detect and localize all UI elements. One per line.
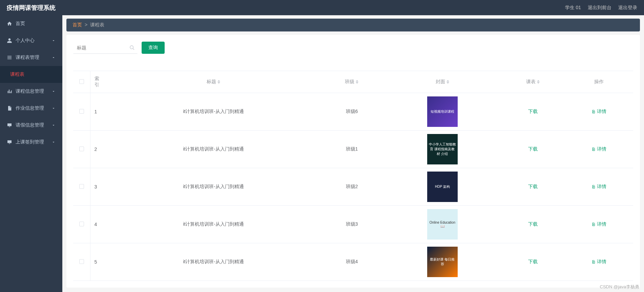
table-row: 4 it计算机培训班-从入门到精通 班级3 Online Education 📖…: [73, 206, 633, 243]
breadcrumb: 首页 > 课程表: [66, 19, 640, 31]
download-link[interactable]: 下载: [528, 184, 538, 189]
th-cover[interactable]: 封面: [384, 71, 501, 93]
cell-timetable: 下载: [501, 131, 565, 168]
cell-title: it计算机培训班-从入门到精通: [107, 243, 320, 281]
row-checkbox[interactable]: [79, 259, 84, 264]
row-checkbox[interactable]: [79, 184, 84, 189]
download-link[interactable]: 下载: [528, 221, 538, 227]
schedule-table: 索引 标题 班级 封面 课表 操作 1 it计算机培训班-从入门到精通 班级6 …: [73, 71, 633, 281]
search-button[interactable]: 查询: [142, 42, 165, 54]
sidebar-item-leave[interactable]: 请假信息管理: [0, 117, 62, 134]
sidebar-label: 首页: [16, 21, 25, 27]
th-timetable[interactable]: 课表: [501, 71, 565, 93]
user-name[interactable]: 学生 01: [565, 5, 581, 11]
home-icon: [7, 21, 12, 26]
cover-thumbnail[interactable]: Online Education 📖: [427, 209, 458, 240]
sort-icon: [356, 79, 358, 85]
table-row: 5 it计算机培训班-从入门到精通 班级4 最新好课 每日推荐 下载 详情: [73, 243, 633, 281]
sidebar-item-checkin[interactable]: 上课签到管理: [0, 134, 62, 151]
sidebar-label: 上课签到管理: [16, 139, 44, 145]
document-icon: [591, 222, 596, 226]
cell-class: 班级6: [320, 93, 384, 131]
cell-cover: 中小学人工智能教育 课程指南及教材 介绍: [384, 131, 501, 168]
th-class[interactable]: 班级: [320, 71, 384, 93]
logout-link[interactable]: 退出登录: [618, 5, 637, 11]
detail-button[interactable]: 详情: [591, 109, 606, 115]
download-link[interactable]: 下载: [528, 109, 538, 114]
sort-icon: [537, 79, 540, 85]
cell-action: 详情: [565, 168, 633, 206]
filter-bar: 查询: [73, 42, 633, 54]
cell-title: it计算机培训班-从入门到精通: [107, 206, 320, 243]
detail-button[interactable]: 详情: [591, 184, 606, 190]
monitor-icon: [7, 139, 12, 145]
cell-class: 班级4: [320, 243, 384, 281]
select-all-checkbox[interactable]: [79, 79, 84, 84]
app-title: 疫情网课管理系统: [7, 4, 56, 12]
cell-cover: HDP 架构: [384, 168, 501, 206]
back-to-front-link[interactable]: 退出到前台: [588, 5, 611, 11]
header-right: 学生 01 退出到前台 退出登录: [565, 5, 637, 11]
cell-index: 1: [90, 93, 107, 131]
cover-thumbnail[interactable]: 最新好课 每日推荐: [427, 247, 458, 277]
cell-action: 详情: [565, 93, 633, 131]
document-icon: [591, 147, 596, 151]
sidebar-item-home[interactable]: 首页: [0, 15, 62, 32]
row-checkbox[interactable]: [79, 147, 84, 151]
cell-cover: 最新好课 每日推荐: [384, 243, 501, 281]
chevron-down-icon: [51, 89, 56, 93]
sidebar: 首页 个人中心 课程表管理 课程表 课程信息管理: [0, 15, 62, 292]
sidebar-item-personal[interactable]: 个人中心: [0, 32, 62, 49]
watermark: CSDN @java李杨勇: [600, 284, 640, 290]
breadcrumb-home[interactable]: 首页: [72, 22, 82, 28]
row-checkbox[interactable]: [79, 222, 84, 226]
cell-index: 4: [90, 206, 107, 243]
cell-timetable: 下载: [501, 168, 565, 206]
cover-thumbnail[interactable]: 短视频培训课程: [427, 96, 458, 127]
cell-timetable: 下载: [501, 206, 565, 243]
sidebar-item-course-info[interactable]: 课程信息管理: [0, 83, 62, 100]
detail-button[interactable]: 详情: [591, 259, 606, 265]
sidebar-label: 课程表管理: [16, 54, 39, 61]
document-icon: [591, 110, 596, 114]
sidebar-item-schedule-mgmt[interactable]: 课程表管理: [0, 49, 62, 66]
cell-index: 3: [90, 168, 107, 206]
download-link[interactable]: 下载: [528, 146, 538, 152]
sidebar-item-homework[interactable]: 作业信息管理: [0, 100, 62, 117]
row-checkbox[interactable]: [79, 109, 84, 114]
breadcrumb-separator: >: [85, 22, 87, 28]
sort-icon: [217, 79, 220, 85]
search-icon: [129, 45, 135, 50]
detail-button[interactable]: 详情: [591, 221, 606, 227]
chevron-down-icon: [51, 106, 56, 110]
cell-timetable: 下载: [501, 93, 565, 131]
document-icon: [591, 260, 596, 264]
th-title[interactable]: 标题: [107, 71, 320, 93]
th-index: 索引: [90, 71, 107, 93]
cell-class: 班级1: [320, 131, 384, 168]
cell-class: 班级3: [320, 206, 384, 243]
sidebar-label: 请假信息管理: [16, 122, 44, 128]
user-icon: [7, 38, 12, 43]
cell-action: 详情: [565, 243, 633, 281]
cover-thumbnail[interactable]: HDP 架构: [427, 172, 458, 202]
chevron-down-icon: [51, 123, 56, 127]
sort-icon: [446, 79, 449, 85]
detail-button[interactable]: 详情: [591, 146, 606, 152]
cell-title: it计算机培训班-从入门到精通: [107, 131, 320, 168]
title-search-input[interactable]: [73, 42, 138, 54]
cover-thumbnail[interactable]: 中小学人工智能教育 课程指南及教材 介绍: [427, 134, 458, 164]
cell-cover: 短视频培训课程: [384, 93, 501, 131]
cell-action: 详情: [565, 131, 633, 168]
table-row: 3 it计算机培训班-从入门到精通 班级2 HDP 架构 下载 详情: [73, 168, 633, 206]
chevron-down-icon: [51, 39, 56, 43]
breadcrumb-current: 课程表: [90, 22, 104, 28]
cell-cover: Online Education 📖: [384, 206, 501, 243]
cell-title: it计算机培训班-从入门到精通: [107, 168, 320, 206]
download-link[interactable]: 下载: [528, 259, 538, 264]
chart-icon: [7, 89, 12, 94]
cell-action: 详情: [565, 206, 633, 243]
header: 疫情网课管理系统 学生 01 退出到前台 退出登录: [0, 0, 644, 15]
cell-index: 2: [90, 131, 107, 168]
sidebar-subitem-schedule[interactable]: 课程表: [0, 66, 62, 83]
